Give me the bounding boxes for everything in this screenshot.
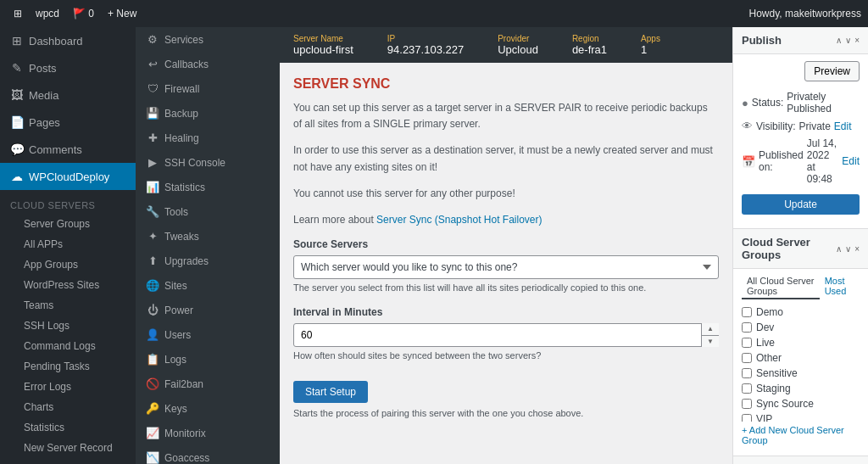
group-checkbox-sensitive[interactable]	[742, 368, 752, 378]
cloud-groups-down-icon[interactable]: ∨	[845, 244, 851, 254]
cloud-servers-section: Cloud Servers	[0, 190, 136, 214]
sidebar-item-server-groups[interactable]: Server Groups	[0, 214, 136, 234]
visibility-edit-link[interactable]: Edit	[834, 120, 852, 132]
chevron-down-icon[interactable]: ∨	[845, 36, 851, 45]
sidebar-item-new-server[interactable]: New Server Record	[0, 438, 136, 458]
cloud-groups-header[interactable]: Cloud Server Groups ∧ ∨ ×	[733, 229, 868, 269]
description-1: You can set up this server as a target s…	[293, 100, 719, 132]
server-region-label: Region	[572, 34, 607, 43]
cloud-groups-up-icon[interactable]: ∧	[836, 244, 842, 254]
close-icon[interactable]: ×	[854, 36, 860, 45]
ssh-icon: ▶	[146, 156, 159, 169]
published-value: Jul 14, 2022 at 09:48	[807, 137, 839, 185]
learn-more-link[interactable]: Server Sync (Snapshot Hot Failover)	[376, 214, 542, 226]
srv-fail2ban[interactable]: 🚫 Fail2ban	[136, 372, 280, 396]
sidebar-item-charts[interactable]: Charts	[0, 397, 136, 417]
sidebar-item-pages[interactable]: 📄 Pages	[0, 109, 136, 136]
sidebar-item-ssh-logs[interactable]: SSH Logs	[0, 316, 136, 336]
sidebar-item-statistics[interactable]: Statistics	[0, 417, 136, 438]
sidebar-item-wp-sites[interactable]: WordPress Sites	[0, 275, 136, 295]
sidebar-item-reporting[interactable]: Reporting Groups	[0, 458, 136, 464]
publish-header-icons: ∧ ∨ ×	[836, 36, 860, 45]
srv-users[interactable]: 👤 Users	[136, 322, 280, 347]
preview-area: Preview	[733, 54, 868, 88]
owner-header[interactable]: Change Server Owner ∧ ∨ ×	[733, 456, 868, 464]
sidebar-item-wpcloudeploy[interactable]: ☁ WPCloudDeploy	[0, 163, 136, 190]
group-checkbox-dev[interactable]	[742, 322, 752, 333]
sidebar-item-pending-tasks[interactable]: Pending Tasks	[0, 356, 136, 377]
tools-icon: 🔧	[146, 205, 159, 218]
published-row: 📅 Published on: Jul 14, 2022 at 09:48 Ed…	[733, 135, 868, 187]
sidebar-label-wpcloudeploy: WPCloudDeploy	[29, 171, 109, 183]
group-checkbox-sync-source[interactable]	[742, 399, 752, 409]
add-new-group-link[interactable]: + Add New Cloud Server Group	[733, 422, 868, 449]
published-edit-link[interactable]: Edit	[842, 155, 860, 167]
sidebar-item-posts[interactable]: ✎ Posts	[0, 54, 136, 81]
group-checkbox-live[interactable]	[742, 338, 752, 348]
srv-keys[interactable]: 🔑 Keys	[136, 396, 280, 421]
new-content[interactable]: + New	[101, 8, 143, 20]
sidebar-item-error-logs[interactable]: Error Logs	[0, 377, 136, 397]
srv-callbacks[interactable]: ↩ Callbacks	[136, 52, 280, 76]
srv-tools[interactable]: 🔧 Tools	[136, 199, 280, 224]
sidebar-label-comments: Comments	[29, 143, 82, 156]
srv-services[interactable]: ⚙ Services	[136, 27, 280, 52]
srv-power[interactable]: ⏻ Power	[136, 298, 280, 322]
wp-logo[interactable]: ⊞	[7, 8, 29, 20]
srv-sites-label: Sites	[164, 280, 187, 292]
status-icon: ●	[742, 97, 748, 109]
preview-button[interactable]: Preview	[804, 61, 860, 81]
sidebar-item-dashboard[interactable]: ⊞ Dashboard	[0, 27, 136, 54]
cloud-groups-close-icon[interactable]: ×	[854, 244, 860, 254]
chevron-up-icon[interactable]: ∧	[836, 36, 842, 45]
content-area: SERVER SYNC You can set up this server a…	[280, 63, 732, 432]
start-setup-button[interactable]: Start Setup	[293, 381, 368, 403]
server-name-value: upcloud-first	[293, 43, 353, 56]
group-checkbox-staging[interactable]	[742, 383, 752, 394]
firewall-icon: 🛡	[146, 82, 159, 95]
srv-tweaks[interactable]: ✦ Tweaks	[136, 224, 280, 249]
sidebar-label-dashboard: Dashboard	[29, 35, 83, 48]
update-button[interactable]: Update	[742, 194, 860, 215]
sidebar-item-all-apps[interactable]: All APPs	[0, 234, 136, 254]
srv-ssh-console[interactable]: ▶ SSH Console	[136, 150, 280, 175]
sidebar-item-app-groups[interactable]: App Groups	[0, 254, 136, 275]
srv-healing[interactable]: ✚ Healing	[136, 126, 280, 150]
server-header: Server Name upcloud-first IP 94.237.103.…	[280, 27, 732, 63]
group-checkbox-vip[interactable]	[742, 414, 752, 422]
sidebar-item-teams[interactable]: Teams	[0, 295, 136, 316]
group-label-sensitive: Sensitive	[756, 367, 798, 379]
srv-firewall[interactable]: 🛡 Firewall	[136, 76, 280, 101]
srv-backup[interactable]: 💾 Backup	[136, 101, 280, 126]
srv-logs[interactable]: 📋 Logs	[136, 347, 280, 372]
group-item-sensitive: Sensitive	[742, 366, 860, 381]
group-checkbox-other[interactable]	[742, 353, 752, 363]
sidebar-item-comments[interactable]: 💬 Comments	[0, 136, 136, 163]
interval-input[interactable]	[293, 323, 719, 347]
tab-all-groups[interactable]: All Cloud Server Groups	[742, 274, 820, 299]
group-checkbox-demo[interactable]	[742, 307, 752, 317]
server-name-field: Server Name upcloud-first	[293, 34, 353, 56]
group-label-other: Other	[756, 352, 782, 364]
srv-power-label: Power	[164, 305, 193, 316]
wpcd-menu[interactable]: wpcd	[29, 8, 66, 20]
source-servers-select[interactable]: Which server would you like to sync to t…	[293, 255, 719, 279]
decrement-button[interactable]: ▼	[702, 336, 719, 348]
visibility-icon: 👁	[742, 120, 753, 132]
notifications[interactable]: 🚩 0	[66, 8, 101, 20]
status-value: Privately Published	[787, 91, 860, 115]
srv-sites[interactable]: 🌐 Sites	[136, 273, 280, 298]
srv-goaccess[interactable]: 📉 Goaccess	[136, 445, 280, 464]
sidebar-item-command-logs[interactable]: Command Logs	[0, 336, 136, 356]
group-item-dev: Dev	[742, 320, 860, 335]
sidebar-item-media[interactable]: 🖼 Media	[0, 81, 136, 109]
srv-statistics[interactable]: 📊 Statistics	[136, 175, 280, 199]
srv-monitorix[interactable]: 📈 Monitorix	[136, 421, 280, 445]
srv-firewall-label: Firewall	[164, 83, 199, 95]
main-content: Server Name upcloud-first IP 94.237.103.…	[280, 27, 732, 464]
srv-upgrades[interactable]: ⬆ Upgrades	[136, 249, 280, 273]
publish-header[interactable]: Publish ∧ ∨ ×	[733, 27, 868, 54]
increment-button[interactable]: ▲	[702, 323, 719, 336]
tab-most-used[interactable]: Most Used	[820, 274, 860, 299]
server-region-value: de-fra1	[572, 43, 607, 56]
